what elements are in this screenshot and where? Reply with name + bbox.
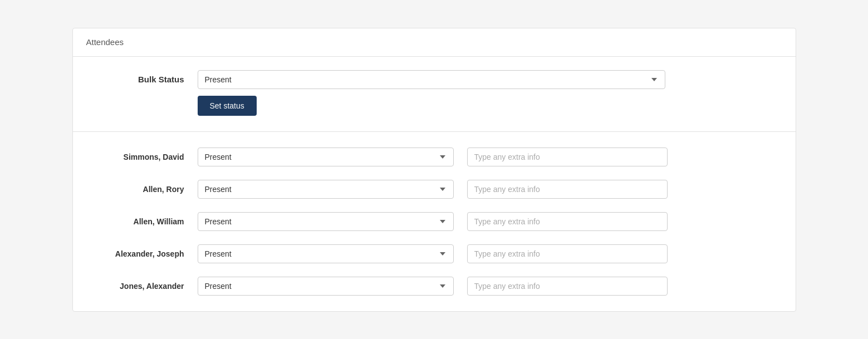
attendee-status-dropdown[interactable]: PresentAbsentLateExcused: [198, 148, 454, 166]
attendee-name: Simmons, David: [95, 153, 184, 161]
attendee-extra-info-input[interactable]: [467, 180, 668, 199]
attendee-row: Allen, RoryPresentAbsentLateExcused: [95, 173, 773, 205]
attendee-status-dropdown[interactable]: PresentAbsentLateExcused: [198, 212, 454, 231]
bulk-status-label: Bulk Status: [95, 70, 184, 85]
attendee-name: Jones, Alexander: [95, 282, 184, 291]
attendee-row: Alexander, JosephPresentAbsentLateExcuse…: [95, 238, 773, 270]
set-status-button[interactable]: Set status: [198, 96, 257, 116]
attendee-status-dropdown[interactable]: PresentAbsentLateExcused: [198, 244, 454, 263]
attendee-name: Alexander, Joseph: [95, 249, 184, 258]
attendee-extra-info-input[interactable]: [467, 148, 668, 166]
bulk-controls: PresentAbsentLateExcused Set status: [198, 70, 665, 116]
attendee-status-dropdown[interactable]: PresentAbsentLateExcused: [198, 180, 454, 199]
attendee-row: Simmons, DavidPresentAbsentLateExcused: [95, 141, 773, 173]
attendee-status-dropdown[interactable]: PresentAbsentLateExcused: [198, 277, 454, 296]
attendee-row: Allen, WilliamPresentAbsentLateExcused: [95, 205, 773, 238]
attendee-row: Jones, AlexanderPresentAbsentLateExcused: [95, 270, 773, 302]
attendee-extra-info-input[interactable]: [467, 244, 668, 263]
card-header: Attendees: [73, 28, 796, 57]
attendee-name: Allen, William: [95, 217, 184, 226]
attendees-card: Attendees Bulk Status PresentAbsentLateE…: [72, 28, 796, 312]
attendees-list: Simmons, DavidPresentAbsentLateExcusedAl…: [73, 132, 796, 311]
bulk-status-dropdown[interactable]: PresentAbsentLateExcused: [198, 70, 665, 89]
attendee-name: Allen, Rory: [95, 185, 184, 194]
bulk-status-section: Bulk Status PresentAbsentLateExcused Set…: [73, 57, 796, 132]
attendee-extra-info-input[interactable]: [467, 277, 668, 296]
attendee-extra-info-input[interactable]: [467, 212, 668, 231]
card-title: Attendees: [86, 37, 124, 47]
